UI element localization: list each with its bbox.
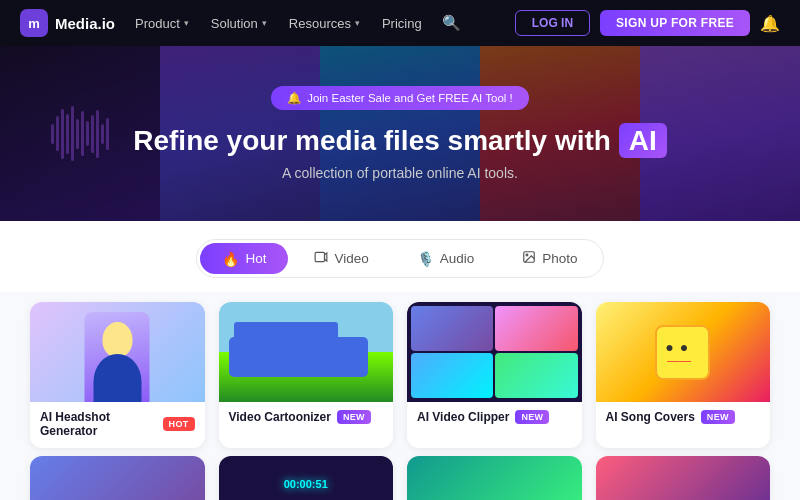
card-info: AI Song Covers NEW [596,402,771,434]
new-badge: NEW [515,410,549,424]
card-title: AI Video Clipper NEW [417,410,572,424]
cards-section: AI Headshot Generator HOT Video Cartooni… [0,292,800,456]
card-ai-headshot[interactable]: AI Headshot Generator HOT [30,302,205,448]
chevron-down-icon: ▾ [355,18,360,28]
headshot-person-visual [85,312,150,402]
tabs-section: 🔥 Hot Video 🎙️ Audio Photo [0,221,800,292]
tram-visual [219,302,394,402]
nav-item-pricing[interactable]: Pricing [380,12,424,35]
card-info: AI Video Clipper NEW [407,402,582,434]
nav-item-product[interactable]: Product ▾ [133,12,191,35]
card-video-cartoonizer[interactable]: Video Cartoonizer NEW [219,302,394,448]
nav-item-solution[interactable]: Solution ▾ [209,12,269,35]
promo-banner[interactable]: 🔔 Join Easter Sale and Get FREE AI Tool … [271,86,529,110]
svg-marker-1 [325,253,327,261]
fire-icon: 🔥 [222,251,239,267]
navbar: m Media.io Product ▾ Solution ▾ Resource… [0,0,800,46]
waveform-visual [51,104,109,164]
hero-title: Refine your media files smartly with AI [133,124,666,158]
video-icon [314,250,328,267]
bottom-card-4[interactable] [596,456,771,500]
card-thumb-song [596,302,771,402]
image-icon [522,250,536,267]
svg-point-3 [526,254,528,256]
bottom-cards-row: 00:00:51 [0,456,800,500]
new-badge: NEW [701,410,735,424]
tab-audio[interactable]: 🎙️ Audio [395,243,497,274]
tab-hot[interactable]: 🔥 Hot [200,243,288,274]
search-icon[interactable]: 🔍 [442,14,461,32]
podcast-cell-1 [411,306,493,351]
hero-subtitle: A collection of portable online AI tools… [133,165,666,181]
card-thumb-tram [219,302,394,402]
podcast-visual [407,302,582,402]
card-thumb-headshot [30,302,205,402]
podcast-cell-3 [411,353,493,398]
spongebob-visual [596,302,771,402]
bottom-card-3[interactable] [407,456,582,500]
bell-icon[interactable]: 🔔 [760,14,780,33]
card-thumb-podcast [407,302,582,402]
card-title: AI Song Covers NEW [606,410,761,424]
podcast-cell-4 [495,353,577,398]
tab-photo[interactable]: Photo [500,243,599,274]
signup-button[interactable]: SIGN UP FOR FREE [600,10,750,36]
nav-left: m Media.io Product ▾ Solution ▾ Resource… [20,9,461,37]
bottom-card-1[interactable] [30,456,205,500]
card-info: Video Cartoonizer NEW [219,402,394,434]
hot-badge: HOT [163,417,195,431]
sponge-face-shape [655,325,710,380]
card-ai-song-covers[interactable]: AI Song Covers NEW [596,302,771,448]
tab-video[interactable]: Video [292,243,390,274]
bell-small-icon: 🔔 [287,91,301,105]
podcast-cell-2 [495,306,577,351]
logo-icon: m [20,9,48,37]
logo[interactable]: m Media.io [20,9,115,37]
tabs-container: 🔥 Hot Video 🎙️ Audio Photo [196,239,603,278]
microphone-icon: 🎙️ [417,251,434,267]
svg-rect-0 [316,252,325,261]
timer-display: 00:00:51 [284,478,328,490]
ai-badge: AI [619,123,667,158]
bottom-card-2[interactable]: 00:00:51 [219,456,394,500]
card-ai-video-clipper[interactable]: AI Video Clipper NEW [407,302,582,448]
logo-text: Media.io [55,15,115,32]
hero-section: 🔔 Join Easter Sale and Get FREE AI Tool … [0,46,800,221]
card-title: Video Cartoonizer NEW [229,410,384,424]
new-badge: NEW [337,410,371,424]
chevron-down-icon: ▾ [262,18,267,28]
card-info: AI Headshot Generator HOT [30,402,205,448]
login-button[interactable]: LOG IN [515,10,590,36]
nav-right: LOG IN SIGN UP FOR FREE 🔔 [515,10,780,36]
hero-content: 🔔 Join Easter Sale and Get FREE AI Tool … [113,86,686,182]
cards-grid: AI Headshot Generator HOT Video Cartooni… [30,302,770,448]
nav-item-resources[interactable]: Resources ▾ [287,12,362,35]
tram-shape [229,337,369,377]
card-title: AI Headshot Generator HOT [40,410,195,438]
chevron-down-icon: ▾ [184,18,189,28]
